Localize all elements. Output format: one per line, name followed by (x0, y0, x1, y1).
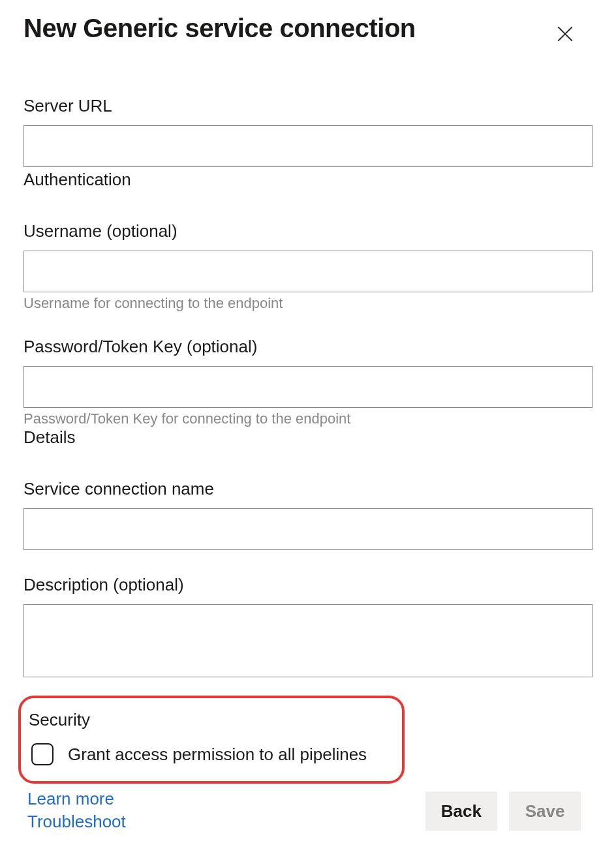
connection-name-input[interactable] (23, 508, 593, 550)
connection-name-field: Service connection name (23, 479, 593, 550)
back-button[interactable]: Back (425, 791, 497, 831)
troubleshoot-link[interactable]: Troubleshoot (27, 812, 126, 832)
footer-links: Learn more Troubleshoot (23, 789, 126, 832)
authentication-heading: Authentication (23, 170, 593, 190)
username-input[interactable] (23, 251, 593, 292)
password-hint: Password/Token Key for connecting to the… (23, 410, 593, 427)
grant-access-checkbox[interactable] (31, 743, 54, 765)
security-heading: Security (27, 710, 388, 730)
server-url-field: Server URL (23, 96, 593, 167)
password-label: Password/Token Key (optional) (23, 337, 593, 357)
close-button[interactable] (551, 20, 579, 50)
footer-buttons: Back Save (425, 791, 581, 831)
close-icon (555, 23, 576, 46)
dialog-header: New Generic service connection (23, 13, 593, 50)
grant-access-label: Grant access permission to all pipelines (68, 745, 367, 765)
dialog-footer: Learn more Troubleshoot Back Save (23, 789, 593, 832)
password-field: Password/Token Key (optional) Password/T… (23, 337, 593, 427)
details-heading: Details (23, 427, 593, 448)
description-input[interactable] (23, 604, 593, 677)
connection-name-label: Service connection name (23, 479, 593, 499)
grant-access-row: Grant access permission to all pipelines (27, 743, 388, 765)
security-section-highlight: Security Grant access permission to all … (18, 696, 405, 784)
description-label: Description (optional) (23, 575, 593, 595)
password-input[interactable] (23, 366, 593, 408)
dialog-title: New Generic service connection (23, 13, 416, 43)
save-button[interactable]: Save (509, 791, 581, 831)
learn-more-link[interactable]: Learn more (27, 789, 126, 809)
description-field: Description (optional) (23, 575, 593, 680)
username-hint: Username for connecting to the endpoint (23, 295, 593, 312)
server-url-input[interactable] (23, 125, 593, 167)
server-url-label: Server URL (23, 96, 593, 116)
username-field: Username (optional) Username for connect… (23, 221, 593, 312)
username-label: Username (optional) (23, 221, 593, 241)
